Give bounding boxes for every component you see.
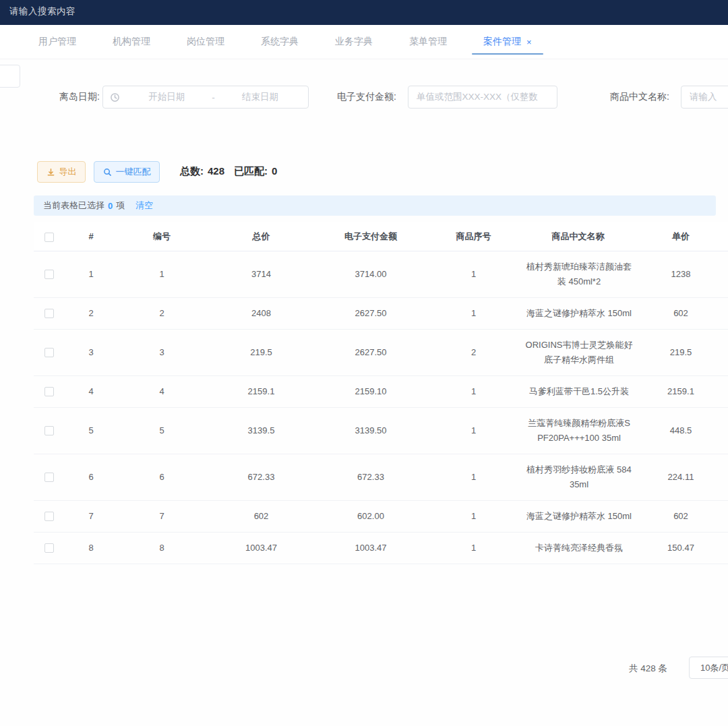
page-size-value: 10条/页 (700, 662, 728, 674)
date-range-input[interactable]: 开始日期 - 结束日期 (102, 86, 309, 109)
tab-bar: 用户管理机构管理岗位管理系统字典业务字典菜单管理案件管理× (0, 25, 728, 59)
product-name-label: 商品中文名称: (610, 91, 669, 103)
row-checkbox[interactable] (44, 473, 54, 482)
start-date-placeholder: 开始日期 (125, 91, 208, 103)
cell-商品中文名称: 马爹利蓝带干邑1.5公升装 (522, 375, 634, 407)
cell-#: 6 (64, 454, 118, 500)
cell-编号: 8 (118, 532, 206, 564)
cell-商品中文名称: ORIGINS韦博士灵芝焕能好底子精华水两件组 (522, 329, 634, 375)
depart-date-label: 离岛日期: (59, 91, 100, 103)
tab-item-6[interactable]: 案件管理× (465, 25, 550, 59)
cell-总价: 219.5 (206, 329, 317, 375)
product-name-text: 海蓝之谜修护精萃水 150ml (525, 306, 633, 321)
cell-单价: 150.47 (634, 532, 728, 564)
epay-amount-input[interactable]: 单值或范围XXX-XXX（仅整数 (408, 86, 557, 109)
cell-商品序号: 1 (425, 532, 522, 564)
product-name-text: ORIGINS韦博士灵芝焕能好底子精华水两件组 (525, 338, 633, 367)
clear-selection-link[interactable]: 清空 (135, 200, 153, 212)
table-row: 881003.471003.471卡诗菁纯亮泽经典香氛150.47 (34, 532, 728, 564)
row-checkbox[interactable] (44, 309, 54, 318)
tab-item-5[interactable]: 菜单管理 (391, 25, 465, 59)
epay-amount-label: 电子支付金额: (337, 91, 396, 103)
column-header-4: 商品序号 (425, 222, 522, 251)
matched-value: 0 (272, 165, 277, 177)
row-select-cell (34, 329, 64, 375)
export-button[interactable]: 导出 (37, 161, 86, 183)
product-name-input[interactable]: 请输入 (681, 86, 728, 109)
cell-编号: 3 (118, 329, 206, 375)
cell-#: 4 (64, 375, 118, 407)
cell-单价: 1238 (634, 251, 728, 297)
cell-编号: 2 (118, 297, 206, 329)
row-checkbox[interactable] (44, 387, 54, 396)
cell-电子支付金额: 1003.47 (317, 532, 425, 564)
cell-编号: 1 (118, 251, 206, 297)
cell-#: 8 (64, 532, 118, 564)
row-select-cell (34, 454, 64, 500)
header-select-all-cell (34, 222, 64, 251)
matched-label: 已匹配: (234, 165, 268, 177)
tab-label: 岗位管理 (187, 36, 224, 48)
tab-label: 菜单管理 (409, 36, 447, 48)
tab-item-1[interactable]: 机构管理 (94, 25, 169, 59)
tab-item-3[interactable]: 系统字典 (243, 25, 317, 59)
clock-icon (110, 92, 120, 102)
cell-电子支付金额: 2627.50 (317, 297, 425, 329)
tab-close-icon[interactable]: × (526, 38, 532, 47)
cell-电子支付金额: 3139.50 (317, 407, 425, 454)
data-table-container: #编号总价电子支付金额商品序号商品中文名称单价 1137143714.001植村… (34, 222, 728, 610)
product-name-text: 马爹利蓝带干邑1.5公升装 (525, 384, 633, 399)
row-select-cell (34, 500, 64, 532)
row-checkbox[interactable] (44, 348, 54, 357)
cell-单价: 602 (634, 500, 728, 532)
row-checkbox[interactable] (44, 512, 54, 521)
global-search-input[interactable]: 请输入搜索内容 (9, 5, 75, 18)
selection-info-bar: 当前表格已选择 0 项 清空 (34, 195, 716, 216)
epay-amount-placeholder: 单值或范围XXX-XXX（仅整数 (417, 91, 538, 103)
pagination-bar: 共 428 条 10条/页 (0, 657, 728, 679)
date-separator: - (208, 92, 219, 102)
cell-单价: 448.5 (634, 407, 728, 454)
cell-商品中文名称: 海蓝之谜修护精萃水 150ml (522, 500, 634, 532)
selection-suffix: 项 (116, 200, 125, 212)
product-name-text: 兰蔻菁纯臻颜精华粉底液SPF20PA+++100 35ml (525, 416, 633, 446)
table-row: 2224082627.501海蓝之谜修护精萃水 150ml602 (34, 297, 728, 329)
cell-#: 2 (64, 297, 118, 329)
cell-商品中文名称: 植村秀羽纱持妆粉底液 584 35ml (522, 454, 634, 500)
tab-label: 系统字典 (261, 36, 299, 48)
selection-prefix: 当前表格已选择 (43, 200, 104, 212)
collapsed-side-panel (0, 65, 20, 88)
total-label: 总数: (180, 165, 204, 177)
cell-总价: 1003.47 (206, 532, 317, 564)
cell-#: 1 (64, 251, 118, 297)
cell-编号: 7 (118, 500, 206, 532)
row-checkbox[interactable] (44, 270, 54, 279)
cell-商品中文名称: 植村秀新琥珀臻萃洁颜油套装 450ml*2 (522, 251, 634, 297)
tab-item-4[interactable]: 业务字典 (317, 25, 391, 59)
select-all-checkbox[interactable] (44, 233, 54, 242)
column-header-0: # (64, 222, 118, 251)
cell-编号: 4 (118, 375, 206, 407)
table-row: 553139.53139.501兰蔻菁纯臻颜精华粉底液SPF20PA+++100… (34, 407, 728, 454)
table-row: 442159.12159.101马爹利蓝带干邑1.5公升装2159.1 (34, 375, 728, 407)
tab-item-0[interactable]: 用户管理 (20, 25, 94, 59)
pagination-total: 共 428 条 (629, 663, 667, 675)
cell-单价: 224.11 (634, 454, 728, 500)
cell-单价: 219.5 (634, 329, 728, 375)
row-checkbox[interactable] (44, 543, 54, 553)
table-row: 33219.52627.502ORIGINS韦博士灵芝焕能好底子精华水两件组21… (34, 329, 728, 375)
tab-item-2[interactable]: 岗位管理 (169, 25, 243, 59)
table-row: 77602602.001海蓝之谜修护精萃水 150ml602 (34, 500, 728, 532)
cell-编号: 6 (118, 454, 206, 500)
top-navbar: 请输入搜索内容 (0, 0, 728, 25)
tab-label: 案件管理 (483, 36, 521, 48)
product-name-text: 海蓝之谜修护精萃水 150ml (525, 509, 633, 524)
one-click-match-button[interactable]: 一键匹配 (94, 161, 160, 183)
row-checkbox[interactable] (44, 426, 54, 435)
cell-电子支付金额: 2159.10 (317, 375, 425, 407)
cell-商品序号: 1 (425, 407, 522, 454)
page-size-select[interactable]: 10条/页 (689, 657, 728, 679)
cell-编号: 5 (118, 407, 206, 454)
product-name-text: 植村秀羽纱持妆粉底液 584 35ml (525, 462, 633, 492)
cell-#: 5 (64, 407, 118, 454)
